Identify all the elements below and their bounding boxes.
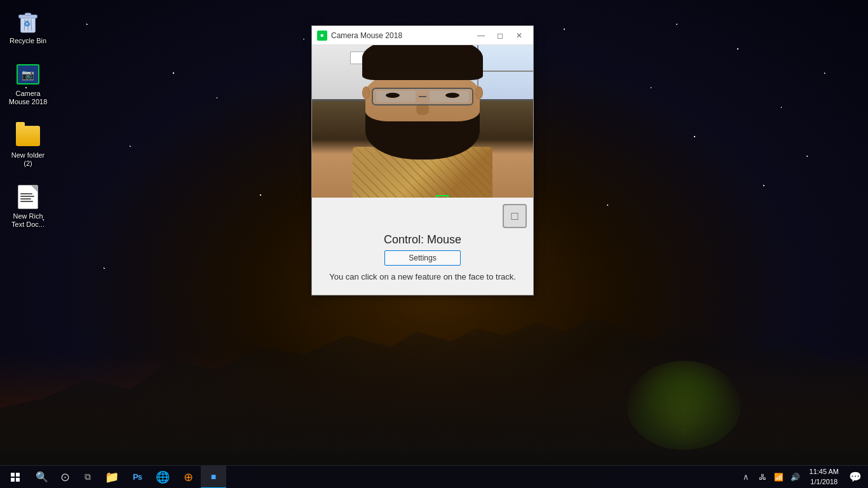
hint-text: You can click on a new feature on the fa… bbox=[318, 271, 527, 288]
recycle-bin-icon: ♻ bbox=[15, 9, 41, 34]
snapshot-button[interactable]: □ bbox=[503, 204, 527, 228]
camera-mouse-window: ■ Camera Mouse 2018 — ◻ ✕ bbox=[311, 25, 534, 295]
window-controls: — ◻ ✕ bbox=[472, 29, 528, 42]
face-background bbox=[312, 101, 533, 198]
close-button[interactable]: ✕ bbox=[510, 29, 528, 42]
folder-icon bbox=[15, 123, 41, 149]
task-view-icon: ⧉ bbox=[85, 471, 91, 482]
start-button[interactable] bbox=[0, 466, 31, 489]
glasses-area bbox=[372, 88, 473, 105]
maximize-button[interactable]: ◻ bbox=[491, 29, 509, 42]
camera-controls: □ Control: Mouse Settings You can click … bbox=[312, 198, 533, 295]
clock-time: 11:45 AM bbox=[810, 467, 839, 477]
clock-date: 1/1/2018 bbox=[810, 477, 837, 487]
left-ear bbox=[362, 86, 370, 99]
desktop-icons: ♻ Recycle Bin 📷 Camera Mouse 2018 New fo… bbox=[5, 6, 51, 231]
task-view-button[interactable]: ⧉ bbox=[76, 466, 99, 489]
system-clock[interactable]: 11:45 AM 1/1/2018 bbox=[804, 466, 844, 489]
wifi-icon: 📶 bbox=[774, 473, 783, 482]
desktop-icon-recycle-bin[interactable]: ♻ Recycle Bin bbox=[5, 6, 51, 48]
camera-mouse-taskbar-icon: ■ bbox=[211, 471, 216, 482]
right-ear bbox=[475, 86, 483, 99]
camera-mouse-label: Camera Mouse 2018 bbox=[8, 90, 48, 106]
desktop-icon-camera-mouse[interactable]: 📷 Camera Mouse 2018 bbox=[5, 59, 51, 109]
search-icon: 🔍 bbox=[36, 471, 48, 483]
hair-top bbox=[362, 45, 483, 80]
notification-center-button[interactable]: 💬 bbox=[845, 466, 865, 489]
snapshot-icon: □ bbox=[512, 210, 519, 223]
minimize-button[interactable]: — bbox=[472, 29, 490, 42]
settings-button[interactable]: Settings bbox=[384, 250, 461, 266]
chevron-up-icon: ∧ bbox=[743, 472, 749, 482]
horizon-glow bbox=[0, 351, 868, 465]
tent-glow bbox=[627, 361, 741, 450]
taskbar-file-explorer[interactable]: 📁 bbox=[99, 466, 125, 489]
desktop-icon-rtf[interactable]: New Rich Text Doc... bbox=[5, 182, 51, 231]
windows-logo-icon bbox=[11, 473, 20, 482]
file-explorer-icon: 📁 bbox=[105, 470, 119, 484]
window-title: Camera Mouse 2018 bbox=[331, 31, 472, 40]
photoshop-icon: Ps bbox=[133, 472, 142, 482]
taskbar-photoshop[interactable]: Ps bbox=[125, 466, 150, 489]
camera-feed[interactable] bbox=[312, 45, 533, 198]
system-tray: ∧ 🖧 📶 🔊 11:45 AM 1/1/2018 💬 bbox=[738, 466, 868, 489]
tray-volume[interactable]: 🔊 bbox=[788, 466, 803, 489]
new-folder-label: New folder (2) bbox=[8, 151, 48, 168]
search-button[interactable]: 🔍 bbox=[31, 466, 53, 489]
control-status: Control: Mouse bbox=[318, 233, 527, 247]
tracking-box bbox=[436, 195, 449, 198]
svg-text:♻: ♻ bbox=[24, 20, 31, 29]
svg-rect-2 bbox=[25, 13, 31, 16]
rtf-label: New Rich Text Doc... bbox=[8, 212, 48, 229]
cortana-button[interactable]: ⊙ bbox=[53, 466, 76, 489]
network-icon: 🖧 bbox=[759, 473, 766, 482]
desktop-icon-new-folder[interactable]: New folder (2) bbox=[5, 121, 51, 170]
recycle-bin-label: Recycle Bin bbox=[10, 37, 46, 45]
desktop: ♻ Recycle Bin 📷 Camera Mouse 2018 New fo… bbox=[0, 0, 868, 488]
taskbar-app5[interactable]: ⊕ bbox=[175, 466, 201, 489]
chrome-icon: 🌐 bbox=[156, 470, 170, 484]
cortana-icon: ⊙ bbox=[60, 470, 70, 484]
taskbar-camera-mouse[interactable]: ■ bbox=[201, 466, 226, 489]
app5-icon: ⊕ bbox=[184, 470, 193, 484]
window-app-icon: ■ bbox=[317, 30, 327, 41]
volume-icon: 🔊 bbox=[790, 473, 800, 482]
taskbar-pinned-items: 📁 Ps 🌐 ⊕ ■ bbox=[99, 466, 226, 489]
tray-chevron[interactable]: ∧ bbox=[738, 466, 754, 489]
tray-wifi[interactable]: 📶 bbox=[771, 466, 787, 489]
taskbar-chrome[interactable]: 🌐 bbox=[150, 466, 175, 489]
svg-line-5 bbox=[31, 19, 32, 30]
window-titlebar[interactable]: ■ Camera Mouse 2018 — ◻ ✕ bbox=[312, 26, 533, 45]
camera-mouse-icon: 📷 bbox=[15, 62, 41, 87]
rtf-icon bbox=[15, 184, 41, 210]
notification-icon: 💬 bbox=[849, 471, 862, 483]
tray-network[interactable]: 🖧 bbox=[755, 466, 770, 489]
taskbar: 🔍 ⊙ ⧉ 📁 Ps 🌐 ⊕ ■ bbox=[0, 465, 868, 488]
